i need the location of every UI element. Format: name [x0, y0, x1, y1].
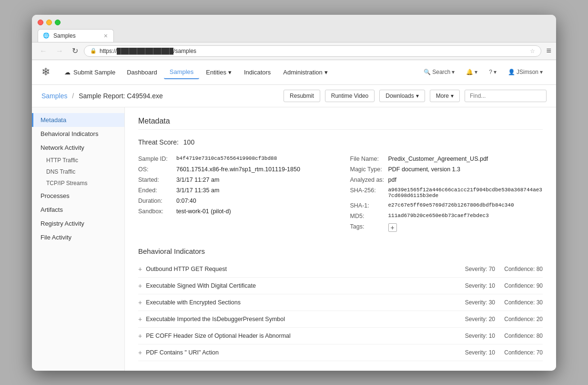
content-area: Metadata Threat Score: 100 Sample ID: b4… — [125, 107, 556, 371]
lock-icon: 🔒 — [90, 48, 97, 54]
meta-row-sampleid: Sample ID: b4f4719e7310ca57656419908cf3b… — [138, 156, 331, 162]
indicator-name-2: Executable with Encrypted Sections — [146, 299, 447, 306]
address-bar[interactable]: 🔒 https://██████████████/samples ☆ — [84, 45, 541, 57]
entities-arrow: ▾ — [228, 69, 232, 76]
meta-row-tags: Tags: + — [350, 223, 543, 232]
sandbox-label: Sandbox: — [138, 208, 176, 215]
back-button[interactable]: ← — [37, 46, 50, 56]
indicator-severity-3: Severity: 20 — [447, 316, 495, 323]
expand-indicator-2[interactable]: + — [138, 299, 142, 306]
os-label: OS: — [138, 166, 176, 173]
analyzed-label: Analyzed as: — [350, 177, 388, 183]
sidebar-label-tcpip: TCP/IP Streams — [46, 180, 87, 187]
tab-favicon: 🌐 — [43, 32, 50, 39]
sidebar-item-metadata[interactable]: Metadata — [32, 113, 124, 127]
bookmark-icon[interactable]: ☆ — [530, 48, 535, 54]
breadcrumb-parent[interactable]: Samples — [41, 92, 67, 100]
indicator-severity-5: Severity: 10 — [447, 349, 495, 356]
entities-label: Entities — [206, 69, 226, 76]
user-nav[interactable]: 👤 JSimson ▾ — [504, 67, 547, 77]
magic-value: PDF document, version 1.3 — [388, 166, 460, 173]
more-button[interactable]: More ▾ — [430, 90, 460, 102]
sidebar-item-tcpip[interactable]: TCP/IP Streams — [32, 177, 124, 189]
expand-indicator-5[interactable]: + — [138, 349, 142, 356]
duration-label: Duration: — [138, 198, 176, 204]
help-icon: ? — [489, 69, 492, 75]
indicator-row-3: + Executable Imported the IsDebuggerPres… — [138, 311, 543, 328]
sidebar-label-network: Network Activity — [41, 144, 84, 151]
find-input[interactable] — [465, 90, 547, 102]
nav-items: ☁ Submit Sample Dashboard Samples Entiti… — [60, 65, 418, 79]
analyzed-value: pdf — [388, 177, 396, 183]
indicator-severity-2: Severity: 30 — [447, 299, 495, 306]
indicator-confidence-0: Confidence: 80 — [495, 266, 543, 272]
active-tab[interactable]: 🌐 Samples × — [38, 29, 114, 42]
indicator-row-2: + Executable with Encrypted Sections Sev… — [138, 294, 543, 311]
resubmit-button[interactable]: Resubmit — [284, 90, 320, 102]
sidebar-item-dns[interactable]: DNS Traffic — [32, 166, 124, 177]
main-layout: Metadata Behavioral Indicators Network A… — [32, 107, 556, 371]
duration-value: 0:07:40 — [176, 198, 196, 204]
tags-label: Tags: — [350, 223, 388, 232]
help-nav[interactable]: ? ▾ — [485, 67, 500, 77]
ended-value: 3/1/17 11:35 am — [176, 187, 219, 194]
submit-sample-nav[interactable]: ☁ Submit Sample — [60, 66, 120, 79]
nav-dashboard[interactable]: Dashboard — [121, 66, 163, 79]
expand-indicator-4[interactable]: + — [138, 332, 142, 340]
indicator-name-3: Executable Imported the IsDebuggerPresen… — [146, 316, 447, 323]
sandbox-value: test-work-01 (pilot-d) — [176, 208, 231, 215]
more-label: More — [436, 93, 449, 99]
expand-indicator-3[interactable]: + — [138, 315, 142, 323]
sha256-value: a9639e1565f12a446c66ca1cc21f904bcdbe530a… — [388, 187, 543, 198]
tab-close-button[interactable]: × — [104, 32, 108, 40]
metadata-grid: Sample ID: b4f4719e7310ca57656419908cf3b… — [138, 156, 543, 236]
search-nav[interactable]: 🔍 Search ▾ — [420, 67, 458, 77]
expand-indicator-0[interactable]: + — [138, 265, 142, 273]
sidebar-item-registry[interactable]: Registry Activity — [32, 217, 124, 230]
meta-row-sha256: SHA-256: a9639e1565f12a446c66ca1cc21f904… — [350, 187, 543, 198]
user-name: JSimson — [517, 69, 538, 75]
sidebar-item-processes[interactable]: Processes — [32, 189, 124, 203]
submit-icon: ☁ — [64, 69, 71, 76]
maximize-button[interactable] — [55, 20, 61, 25]
expand-indicator-1[interactable]: + — [138, 282, 142, 290]
sidebar-label-dns: DNS Traffic — [46, 168, 75, 175]
indicator-confidence-1: Confidence: 90 — [495, 282, 543, 289]
downloads-button[interactable]: Downloads ▾ — [379, 90, 425, 102]
indicator-name-1: Executable Signed With Digital Certifica… — [146, 282, 447, 289]
notifications-nav[interactable]: 🔔 ▾ — [462, 67, 481, 77]
search-icon: 🔍 — [424, 69, 431, 75]
forward-button[interactable]: → — [53, 46, 66, 56]
sidebar-item-network[interactable]: Network Activity — [32, 141, 124, 155]
sidebar-item-http[interactable]: HTTP Traffic — [32, 155, 124, 166]
app-container: ❄ ☁ Submit Sample Dashboard Samples Enti… — [32, 60, 556, 371]
os-value: 7601.17514.x86-fre.win7sp1_rtm.101119-18… — [176, 166, 300, 173]
close-button[interactable] — [38, 20, 43, 25]
nav-samples[interactable]: Samples — [164, 65, 200, 79]
indicator-name-0: Outbound HTTP GET Request — [146, 266, 447, 272]
minimize-button[interactable] — [46, 20, 52, 25]
indicator-row-0: + Outbound HTTP GET Request Severity: 70… — [138, 261, 543, 278]
submit-label: Submit Sample — [73, 69, 115, 76]
notifications-arrow: ▾ — [475, 69, 477, 75]
bell-icon: 🔔 — [466, 69, 473, 75]
browser-menu-icon[interactable]: ≡ — [546, 46, 551, 56]
sampleid-label: Sample ID: — [138, 156, 176, 162]
user-arrow: ▾ — [540, 69, 543, 75]
sidebar-item-artifacts[interactable]: Artifacts — [32, 203, 124, 217]
nav-administration[interactable]: Administration ▾ — [277, 66, 333, 79]
nav-entities[interactable]: Entities ▾ — [200, 66, 237, 79]
sidebar-item-file[interactable]: File Activity — [32, 230, 124, 244]
reload-button[interactable]: ↻ — [69, 45, 81, 56]
add-tag-button[interactable]: + — [388, 223, 397, 232]
indicator-row-4: + PE COFF Header Size of Optional Header… — [138, 328, 543, 344]
sidebar-label-metadata: Metadata — [41, 116, 66, 124]
indicators-label: Indicators — [244, 69, 271, 76]
breadcrumb-actions: Resubmit Runtime Video Downloads ▾ More … — [284, 90, 547, 102]
sidebar-item-behavioral[interactable]: Behavioral Indicators — [32, 127, 124, 141]
meta-row-os: OS: 7601.17514.x86-fre.win7sp1_rtm.10111… — [138, 166, 331, 173]
nav-indicators[interactable]: Indicators — [238, 66, 276, 79]
filename-value: Predix_Customer_Agreement_US.pdf — [388, 156, 488, 162]
nav-right: 🔍 Search ▾ 🔔 ▾ ? ▾ 👤 JSimson ▾ — [420, 67, 547, 77]
runtime-video-button[interactable]: Runtime Video — [325, 90, 375, 102]
